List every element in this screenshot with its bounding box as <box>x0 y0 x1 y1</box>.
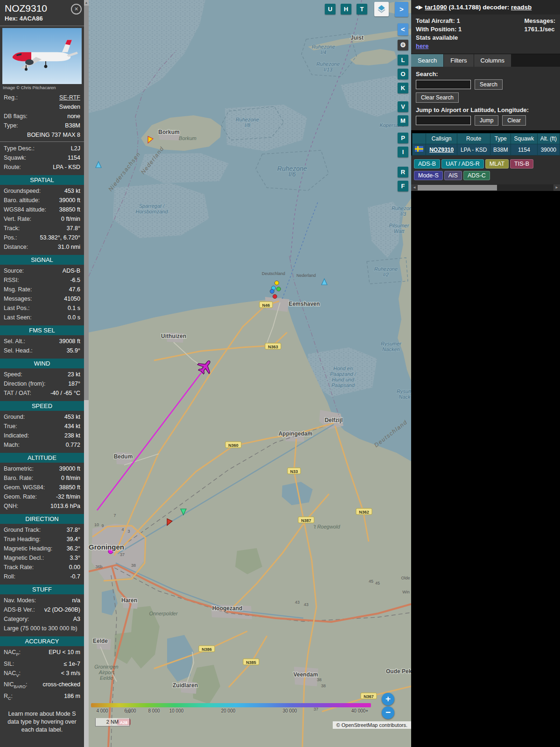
map-button-k[interactable]: K <box>398 83 408 93</box>
search-input[interactable] <box>416 80 471 89</box>
panel-tabs: SearchFiltersColumns <box>411 54 560 67</box>
gear-icon[interactable]: ⚙ <box>398 40 408 50</box>
registration-link[interactable]: SE-RTF <box>59 94 80 101</box>
sidebar-scrollbar[interactable]: ▲ <box>84 0 89 747</box>
map-label: 't Roegwold <box>313 524 340 529</box>
expand-panel-button[interactable]: > <box>395 2 408 17</box>
legend-tick: 4 000 <box>96 708 108 713</box>
callsign-link[interactable]: NOZ9310 <box>429 147 454 153</box>
aircraft-table: CallsignRouteTypeSquawkAlt. (ft)NOZ9310L… <box>412 133 560 155</box>
data-row: Msg. Rate:47.6 <box>0 285 84 294</box>
map-label: 43 <box>295 600 300 605</box>
aircraft-dot-marker[interactable] <box>277 287 281 291</box>
map-label: 4 <box>121 527 124 532</box>
map-button-i[interactable]: I <box>398 147 408 157</box>
filter-badge-ads-c[interactable]: ADS-C <box>463 171 490 180</box>
column-header[interactable]: Alt. (ft) <box>537 134 560 144</box>
filter-badge-ais[interactable]: AIS <box>444 171 462 180</box>
collapse-panel-button[interactable]: < <box>398 23 408 35</box>
filter-badge-mode-s[interactable]: Mode-S <box>414 171 443 180</box>
zoom-out-button[interactable]: − <box>382 706 394 719</box>
aircraft-dot-marker[interactable] <box>270 289 274 294</box>
aircraft-row[interactable]: NOZ9310LPA - KSDB38M115439000 <box>413 144 560 155</box>
filter-badge-uat-ads-r[interactable]: UAT / ADS-R <box>441 159 483 169</box>
scroll-left-icon[interactable]: ◄ <box>411 184 418 191</box>
data-row: Type Desc.:L2J <box>0 144 84 153</box>
map[interactable]: N46N363N360N33N362N387N386N385N367A28Jui… <box>89 0 411 747</box>
column-header[interactable]: Type <box>490 134 511 144</box>
map-button-f[interactable]: F <box>398 181 408 191</box>
filter-badge-mlat[interactable]: MLAT <box>485 159 509 169</box>
clear-search-button[interactable]: Clear Search <box>416 92 459 103</box>
data-row: Ground Track:37.8° <box>0 525 84 535</box>
panel-width-toggle-icon[interactable]: ◄▶ <box>414 4 422 10</box>
tab-columns[interactable]: Columns <box>474 54 511 67</box>
road-badge-label: N362 <box>359 510 369 514</box>
map-attribution: © OpenStreetMap contributors. <box>333 721 411 729</box>
data-row: Geom. Rate:-32 ft/min <box>0 492 84 501</box>
map-button-r[interactable]: R <box>398 167 408 177</box>
jump-button[interactable]: Jump <box>475 115 498 126</box>
column-header[interactable]: Route <box>457 134 490 144</box>
aircraft-dot-marker[interactable] <box>275 281 279 285</box>
aircraft-photo[interactable] <box>2 28 82 84</box>
legend-tick: 6 000 <box>124 708 136 713</box>
aircraft-detail-sidebar: × NOZ9310 Hex: 4ACA86 Image © C <box>0 0 84 747</box>
data-row: Magnetic Decl.:3.3° <box>0 553 84 563</box>
map-button-p[interactable]: P <box>398 133 408 143</box>
column-header[interactable]: Callsign <box>426 134 457 144</box>
tab-filters[interactable]: Filters <box>444 54 474 67</box>
map-label: RysumerNacken <box>381 341 402 352</box>
map-button-o[interactable]: O <box>398 69 408 79</box>
close-icon[interactable]: × <box>71 4 82 14</box>
filter-badge-ads-b[interactable]: ADS-B <box>414 159 440 169</box>
column-header[interactable] <box>413 134 426 144</box>
zoom-in-button[interactable]: + <box>382 693 394 705</box>
jump-input[interactable] <box>416 116 471 125</box>
road-badge-label: N360 <box>228 443 238 448</box>
jump-clear-button[interactable]: Clear <box>502 115 526 126</box>
photo-credit: Image © Chris Pitchacaren <box>3 85 81 90</box>
hscroll-thumb[interactable] <box>418 185 497 190</box>
map-button-l[interactable]: L <box>398 55 408 65</box>
map-label: 45 <box>375 581 380 585</box>
aircraft-dot-marker[interactable] <box>273 295 277 299</box>
stats-here-link[interactable]: here <box>416 42 428 49</box>
map-button-u[interactable]: U <box>325 4 336 14</box>
data-row: Pos.:53.382°, 6.720° <box>0 233 84 242</box>
column-header[interactable]: Squawk <box>511 134 537 144</box>
table-cell: 39000 <box>537 144 560 155</box>
map-button-h[interactable]: H <box>341 4 351 14</box>
tar1090-link[interactable]: tar1090 <box>425 4 447 11</box>
scrollbar-thumb[interactable] <box>84 6 89 400</box>
scroll-up-icon[interactable]: ▲ <box>84 0 89 6</box>
section-header: SPATIAL <box>0 175 84 185</box>
data-row: Vert. Rate:0 ft/min <box>0 214 84 224</box>
data-row: Sel. Head.:35.9° <box>0 346 84 355</box>
readsb-link[interactable]: readsb <box>511 4 532 11</box>
map-label: RysumNack <box>397 388 411 400</box>
map-label: Haren <box>121 597 137 604</box>
map-label: Delfzijl <box>325 417 343 423</box>
data-row: BOEING 737 MAX 8 <box>0 130 84 140</box>
map-button-v[interactable]: V <box>398 101 408 112</box>
map-canvas[interactable]: N46N363N360N33N362N387N386N385N367A28Jui… <box>89 0 411 747</box>
data-row: Baro. altitude:39000 ft <box>0 196 84 205</box>
tab-search[interactable]: Search <box>411 54 444 67</box>
map-label: 7 <box>113 513 116 518</box>
map-label: Zuidlaren <box>173 682 198 689</box>
map-button-t[interactable]: T <box>357 4 367 14</box>
layers-icon[interactable] <box>374 2 389 16</box>
source-filter-badges: ADS-BUAT / ADS-RMLATTIS-BMode-SAISADS-C <box>411 155 560 184</box>
data-row: NACP:EPU < 10 m <box>0 648 84 659</box>
scroll-right-icon[interactable]: ► <box>553 184 560 191</box>
section-header: FMS SEL <box>0 325 84 335</box>
map-button-m[interactable]: M <box>398 115 408 126</box>
map-label: Groningen <box>89 543 124 551</box>
map-label: 9 <box>101 523 104 528</box>
map-label: Borkum <box>158 129 179 135</box>
aircraft-photo-art <box>2 28 82 84</box>
horizontal-scrollbar[interactable]: ◄ ► <box>411 184 560 191</box>
filter-badge-tis-b[interactable]: TIS-B <box>510 159 533 169</box>
search-button[interactable]: Search <box>475 79 503 90</box>
